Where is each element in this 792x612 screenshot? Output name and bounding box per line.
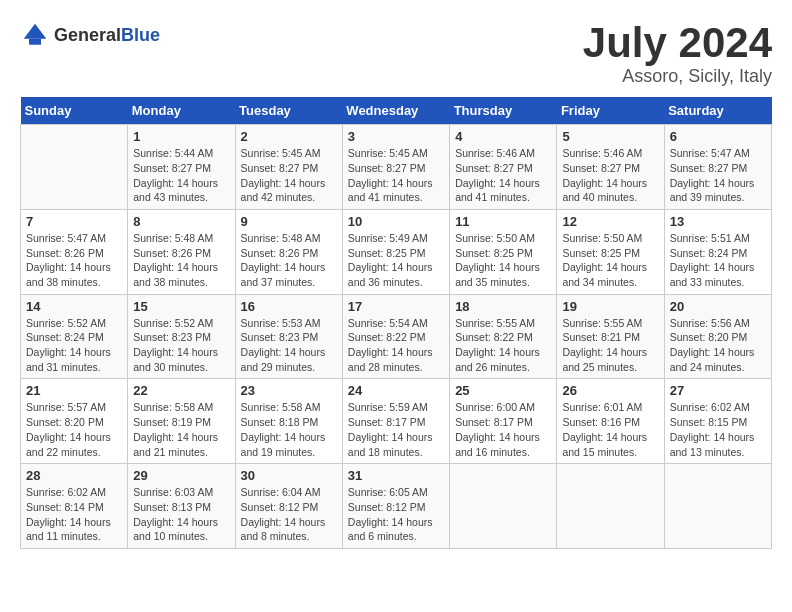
calendar-cell: 14Sunrise: 5:52 AMSunset: 8:24 PMDayligh… xyxy=(21,294,128,379)
day-info: Sunrise: 5:54 AMSunset: 8:22 PMDaylight:… xyxy=(348,316,444,375)
day-info: Sunrise: 5:53 AMSunset: 8:23 PMDaylight:… xyxy=(241,316,337,375)
day-number: 30 xyxy=(241,468,337,483)
calendar-cell: 15Sunrise: 5:52 AMSunset: 8:23 PMDayligh… xyxy=(128,294,235,379)
day-info: Sunrise: 6:05 AMSunset: 8:12 PMDaylight:… xyxy=(348,485,444,544)
day-number: 6 xyxy=(670,129,766,144)
day-info: Sunrise: 5:47 AMSunset: 8:26 PMDaylight:… xyxy=(26,231,122,290)
calendar-cell: 20Sunrise: 5:56 AMSunset: 8:20 PMDayligh… xyxy=(664,294,771,379)
calendar-day-header: Tuesday xyxy=(235,97,342,125)
calendar-cell: 6Sunrise: 5:47 AMSunset: 8:27 PMDaylight… xyxy=(664,125,771,210)
day-number: 2 xyxy=(241,129,337,144)
day-number: 24 xyxy=(348,383,444,398)
day-number: 22 xyxy=(133,383,229,398)
calendar-cell: 29Sunrise: 6:03 AMSunset: 8:13 PMDayligh… xyxy=(128,464,235,549)
day-info: Sunrise: 5:52 AMSunset: 8:23 PMDaylight:… xyxy=(133,316,229,375)
calendar-body: 1Sunrise: 5:44 AMSunset: 8:27 PMDaylight… xyxy=(21,125,772,549)
calendar-cell: 10Sunrise: 5:49 AMSunset: 8:25 PMDayligh… xyxy=(342,209,449,294)
calendar-cell: 3Sunrise: 5:45 AMSunset: 8:27 PMDaylight… xyxy=(342,125,449,210)
day-number: 18 xyxy=(455,299,551,314)
day-info: Sunrise: 5:46 AMSunset: 8:27 PMDaylight:… xyxy=(562,146,658,205)
day-number: 4 xyxy=(455,129,551,144)
calendar-day-header: Sunday xyxy=(21,97,128,125)
day-info: Sunrise: 5:45 AMSunset: 8:27 PMDaylight:… xyxy=(348,146,444,205)
day-number: 21 xyxy=(26,383,122,398)
calendar-cell xyxy=(664,464,771,549)
day-info: Sunrise: 5:57 AMSunset: 8:20 PMDaylight:… xyxy=(26,400,122,459)
day-info: Sunrise: 5:45 AMSunset: 8:27 PMDaylight:… xyxy=(241,146,337,205)
day-info: Sunrise: 5:48 AMSunset: 8:26 PMDaylight:… xyxy=(241,231,337,290)
calendar-cell: 2Sunrise: 5:45 AMSunset: 8:27 PMDaylight… xyxy=(235,125,342,210)
logo-general: General xyxy=(54,25,121,45)
calendar-cell: 4Sunrise: 5:46 AMSunset: 8:27 PMDaylight… xyxy=(450,125,557,210)
day-number: 7 xyxy=(26,214,122,229)
calendar-day-header: Thursday xyxy=(450,97,557,125)
calendar-cell: 27Sunrise: 6:02 AMSunset: 8:15 PMDayligh… xyxy=(664,379,771,464)
day-info: Sunrise: 5:48 AMSunset: 8:26 PMDaylight:… xyxy=(133,231,229,290)
day-number: 10 xyxy=(348,214,444,229)
day-info: Sunrise: 5:52 AMSunset: 8:24 PMDaylight:… xyxy=(26,316,122,375)
day-number: 29 xyxy=(133,468,229,483)
calendar-cell: 13Sunrise: 5:51 AMSunset: 8:24 PMDayligh… xyxy=(664,209,771,294)
day-info: Sunrise: 5:46 AMSunset: 8:27 PMDaylight:… xyxy=(455,146,551,205)
day-info: Sunrise: 5:49 AMSunset: 8:25 PMDaylight:… xyxy=(348,231,444,290)
calendar-cell: 12Sunrise: 5:50 AMSunset: 8:25 PMDayligh… xyxy=(557,209,664,294)
calendar-week-row: 28Sunrise: 6:02 AMSunset: 8:14 PMDayligh… xyxy=(21,464,772,549)
day-info: Sunrise: 5:47 AMSunset: 8:27 PMDaylight:… xyxy=(670,146,766,205)
page-subtitle: Assoro, Sicily, Italy xyxy=(583,66,772,87)
calendar-cell: 19Sunrise: 5:55 AMSunset: 8:21 PMDayligh… xyxy=(557,294,664,379)
day-info: Sunrise: 5:50 AMSunset: 8:25 PMDaylight:… xyxy=(562,231,658,290)
day-number: 8 xyxy=(133,214,229,229)
calendar-cell xyxy=(21,125,128,210)
day-info: Sunrise: 5:58 AMSunset: 8:19 PMDaylight:… xyxy=(133,400,229,459)
calendar-cell: 5Sunrise: 5:46 AMSunset: 8:27 PMDaylight… xyxy=(557,125,664,210)
day-info: Sunrise: 6:00 AMSunset: 8:17 PMDaylight:… xyxy=(455,400,551,459)
day-info: Sunrise: 5:51 AMSunset: 8:24 PMDaylight:… xyxy=(670,231,766,290)
day-number: 26 xyxy=(562,383,658,398)
calendar-table: SundayMondayTuesdayWednesdayThursdayFrid… xyxy=(20,97,772,549)
calendar-cell: 23Sunrise: 5:58 AMSunset: 8:18 PMDayligh… xyxy=(235,379,342,464)
calendar-cell: 21Sunrise: 5:57 AMSunset: 8:20 PMDayligh… xyxy=(21,379,128,464)
day-number: 19 xyxy=(562,299,658,314)
calendar-cell: 22Sunrise: 5:58 AMSunset: 8:19 PMDayligh… xyxy=(128,379,235,464)
day-info: Sunrise: 5:56 AMSunset: 8:20 PMDaylight:… xyxy=(670,316,766,375)
calendar-week-row: 14Sunrise: 5:52 AMSunset: 8:24 PMDayligh… xyxy=(21,294,772,379)
day-number: 27 xyxy=(670,383,766,398)
calendar-week-row: 1Sunrise: 5:44 AMSunset: 8:27 PMDaylight… xyxy=(21,125,772,210)
calendar-cell: 17Sunrise: 5:54 AMSunset: 8:22 PMDayligh… xyxy=(342,294,449,379)
day-info: Sunrise: 5:55 AMSunset: 8:21 PMDaylight:… xyxy=(562,316,658,375)
calendar-week-row: 21Sunrise: 5:57 AMSunset: 8:20 PMDayligh… xyxy=(21,379,772,464)
calendar-cell: 24Sunrise: 5:59 AMSunset: 8:17 PMDayligh… xyxy=(342,379,449,464)
day-number: 17 xyxy=(348,299,444,314)
day-info: Sunrise: 5:55 AMSunset: 8:22 PMDaylight:… xyxy=(455,316,551,375)
calendar-cell: 8Sunrise: 5:48 AMSunset: 8:26 PMDaylight… xyxy=(128,209,235,294)
calendar-day-header: Monday xyxy=(128,97,235,125)
day-number: 16 xyxy=(241,299,337,314)
day-info: Sunrise: 6:02 AMSunset: 8:15 PMDaylight:… xyxy=(670,400,766,459)
day-info: Sunrise: 5:58 AMSunset: 8:18 PMDaylight:… xyxy=(241,400,337,459)
calendar-day-header: Saturday xyxy=(664,97,771,125)
calendar-cell xyxy=(450,464,557,549)
day-info: Sunrise: 5:44 AMSunset: 8:27 PMDaylight:… xyxy=(133,146,229,205)
logo-blue: Blue xyxy=(121,25,160,45)
day-number: 20 xyxy=(670,299,766,314)
calendar-cell xyxy=(557,464,664,549)
day-number: 23 xyxy=(241,383,337,398)
calendar-cell: 7Sunrise: 5:47 AMSunset: 8:26 PMDaylight… xyxy=(21,209,128,294)
day-number: 12 xyxy=(562,214,658,229)
calendar-day-header: Wednesday xyxy=(342,97,449,125)
calendar-cell: 31Sunrise: 6:05 AMSunset: 8:12 PMDayligh… xyxy=(342,464,449,549)
calendar-week-row: 7Sunrise: 5:47 AMSunset: 8:26 PMDaylight… xyxy=(21,209,772,294)
calendar-cell: 28Sunrise: 6:02 AMSunset: 8:14 PMDayligh… xyxy=(21,464,128,549)
calendar-cell: 11Sunrise: 5:50 AMSunset: 8:25 PMDayligh… xyxy=(450,209,557,294)
page-title: July 2024 xyxy=(583,20,772,66)
calendar-cell: 9Sunrise: 5:48 AMSunset: 8:26 PMDaylight… xyxy=(235,209,342,294)
day-number: 31 xyxy=(348,468,444,483)
day-number: 28 xyxy=(26,468,122,483)
day-number: 9 xyxy=(241,214,337,229)
calendar-cell: 18Sunrise: 5:55 AMSunset: 8:22 PMDayligh… xyxy=(450,294,557,379)
title-area: July 2024 Assoro, Sicily, Italy xyxy=(583,20,772,87)
day-info: Sunrise: 6:02 AMSunset: 8:14 PMDaylight:… xyxy=(26,485,122,544)
day-number: 5 xyxy=(562,129,658,144)
calendar-cell: 26Sunrise: 6:01 AMSunset: 8:16 PMDayligh… xyxy=(557,379,664,464)
day-number: 1 xyxy=(133,129,229,144)
